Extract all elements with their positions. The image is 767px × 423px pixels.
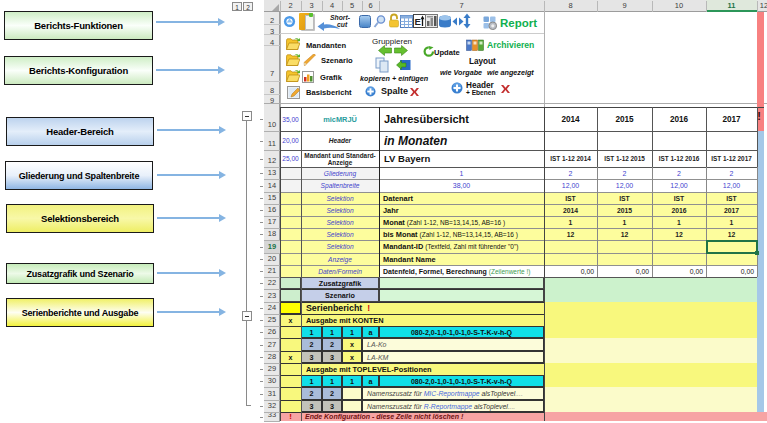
svg-text:E: E — [415, 16, 421, 27]
